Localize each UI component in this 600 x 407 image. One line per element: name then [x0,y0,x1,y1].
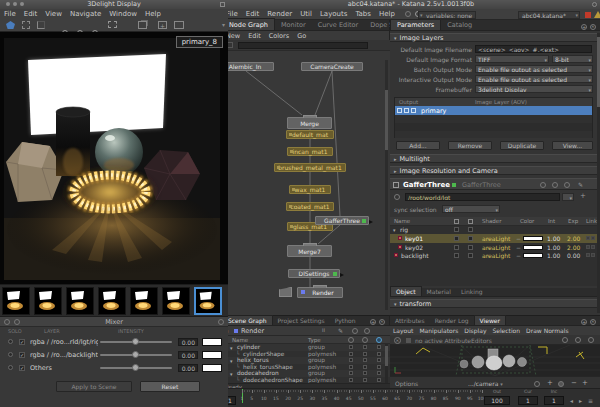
file-output-icon[interactable] [404,108,409,113]
node-window-icon[interactable] [393,182,399,188]
ng-menu-edit[interactable]: Edit [248,32,261,40]
live-checkbox[interactable] [377,352,381,356]
visibility-checkbox[interactable] [349,378,353,382]
variables-dropdown[interactable]: ▾ variables: none [418,11,476,19]
window-menu-icon[interactable] [592,2,597,7]
bitdepth-dropdown[interactable]: 8-bit▾ [552,55,593,63]
node-alembic-in[interactable]: Alembic_In [222,62,274,71]
intensity-slider-thumb[interactable] [132,351,139,358]
viewer-menu-layout[interactable]: Layout [393,327,413,334]
out-field[interactable]: 100 [484,396,510,405]
layer-checkbox[interactable]: ✓ [19,365,25,371]
node-merge[interactable]: Merge [287,117,332,129]
render-checkbox[interactable] [363,345,367,349]
mixer-menu-icon[interactable] [218,319,224,325]
pane-plus-icon[interactable]: + [370,319,376,325]
solo-radio[interactable] [8,352,13,357]
tab-material[interactable]: Material [422,287,456,296]
ng-menu-colors[interactable]: Colors [269,32,289,40]
node-view-tab[interactable] [303,243,317,246]
node-gaffer-three[interactable]: GafferThree [315,216,369,225]
node-default-mat[interactable]: default_mat [286,130,334,139]
gaffer-row-backlight[interactable]: backlight areaLight − 1.00 0.00 [390,251,597,259]
transform-section[interactable]: ▾ transform [390,299,597,308]
gaffer-toolbar-icon[interactable] [540,182,546,188]
render-checkbox[interactable] [363,358,367,362]
node-view-tab[interactable] [303,115,317,118]
render-flag-icon[interactable] [405,11,411,17]
solo-radio[interactable] [8,365,13,370]
layer-color-swatch[interactable] [202,351,222,359]
viewer-expand-icon[interactable]: + [582,379,588,387]
viewer-minus-icon[interactable]: − [571,379,577,387]
gaffer-row-key02[interactable]: key02 areaLight − 1.00 2.00 [390,243,597,251]
node-dlsettings[interactable]: DlSettings [288,269,340,278]
image-resolution-section[interactable]: ▸ Image Resolution and Camera [390,166,597,175]
mute-checkbox[interactable] [454,227,459,232]
scene-graph-scrollbar[interactable] [385,344,388,383]
image-layers-section[interactable]: ▾ Image Layers [390,33,597,42]
crop-tool-icon[interactable] [37,21,45,29]
node-brushed-metal-mat1[interactable]: brushed_metal_mat1 [274,163,346,172]
tab-python[interactable]: Python [330,316,361,325]
window-menu-icon[interactable] [220,2,225,7]
render-thumbnail[interactable] [162,287,190,315]
menu-view[interactable]: View [45,10,62,18]
refresh-icon[interactable] [575,337,581,343]
menu-render[interactable]: Render [267,10,292,18]
viewer-camera-dropdown[interactable]: .../camera ▾ [468,380,503,387]
add-image-icon[interactable]: + [158,21,167,29]
viewer-shading-icon[interactable] [534,381,540,387]
layer-empty-row[interactable] [395,131,592,138]
tab-render-log[interactable]: Render Log [430,316,474,325]
scene-file-dropdown[interactable]: abc04.katana* ▾ [518,11,580,19]
layer-row-primary[interactable]: primary [395,106,592,115]
mute-checkbox[interactable] [454,245,459,250]
marquee-zoom-icon[interactable] [108,21,117,28]
prev-frame-button[interactable]: ◂ [570,397,573,404]
visibility-checkbox[interactable] [349,358,353,362]
tab-node-graph[interactable]: Node Graph [222,18,275,30]
live-checkbox[interactable] [377,345,381,349]
select-box-icon[interactable] [22,21,30,29]
ng-menu-go[interactable]: Go [297,32,306,40]
node-camera-create[interactable]: CameraCreate [301,62,363,71]
gaffer-path-input[interactable]: /root/world/lgt [405,193,560,201]
ng-menu-new[interactable]: New [226,32,240,40]
visibility-checkbox[interactable] [349,365,353,369]
intensity-slider-thumb[interactable] [132,338,139,345]
timeline-ruler[interactable]: 1510152025303540455055606570758085909510… [238,389,482,407]
add-layer-button[interactable]: Add... [396,141,440,150]
menu-navigate[interactable]: Navigate [70,10,101,18]
reset-button[interactable]: Reset [140,381,200,392]
viewer-menu-display[interactable]: Display [464,327,486,334]
tab-monitor[interactable]: Monitor [275,19,312,30]
menu-tabs[interactable]: Tabs [355,10,371,18]
viewer-options-label[interactable]: Options [395,380,418,387]
linking-cell[interactable] [586,236,590,240]
linking-cell[interactable] [591,236,595,240]
render-thumbnail[interactable] [34,287,62,315]
sync-selection-dropdown[interactable]: off▾ [442,205,500,213]
tab-attributes[interactable]: Attributes [390,316,430,325]
menu-help[interactable]: Help [379,10,395,18]
cur-field[interactable]: 1 [518,396,538,405]
live-checkbox[interactable] [377,378,381,382]
timeline-menu-button[interactable]: ≡ [588,397,593,404]
live-checkbox[interactable] [377,365,381,369]
remove-layer-button[interactable]: Remove [448,141,492,150]
power-icon[interactable] [588,337,594,343]
display-output-icon[interactable] [397,108,402,113]
live-checkbox[interactable] [377,358,381,362]
mute-checkbox[interactable] [454,253,459,258]
viewer-target-icon[interactable] [558,381,564,387]
pane-close-icon[interactable]: ✕ [590,319,596,325]
visibility-checkbox[interactable] [349,352,353,356]
warning-icon[interactable] [594,11,600,18]
node-wax-mat1[interactable]: wax_mat1 [289,185,331,194]
node-merge7[interactable]: Merge7 [287,245,332,257]
light-color-swatch[interactable] [523,253,543,258]
solo-checkbox[interactable] [468,227,473,232]
render-view[interactable]: primary_8 [0,32,228,284]
layers-icon[interactable] [138,21,147,29]
